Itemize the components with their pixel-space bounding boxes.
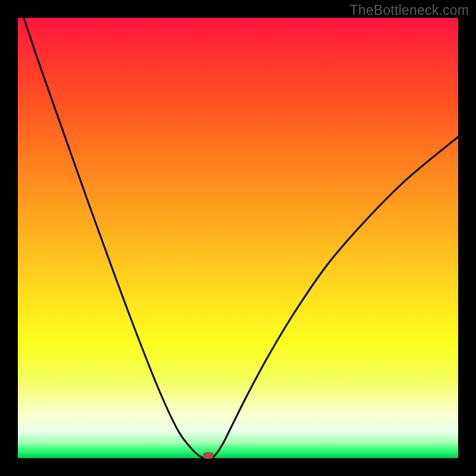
chart-frame: TheBottleneck.com [0, 0, 476, 476]
curve-right [212, 137, 458, 458]
plot-area [18, 18, 458, 458]
minimum-marker [203, 452, 214, 459]
curve-svg [18, 18, 458, 458]
curve-left [24, 18, 205, 458]
watermark-text: TheBottleneck.com [350, 2, 469, 18]
